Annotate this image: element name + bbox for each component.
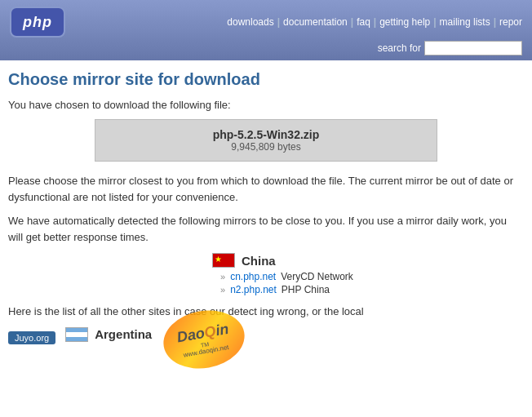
search-bar: search for [10,38,522,60]
mirror1-link[interactable]: cn.php.net [230,271,276,282]
mirror1-arrow: » [220,272,225,282]
mirror2-arrow: » [220,285,225,295]
nav-downloads[interactable]: downloads [227,16,273,28]
china-flag [212,253,235,268]
nav-sep-5: | [494,16,496,28]
nav-bar: downloads | documentation | faq | gettin… [227,16,522,28]
header-top: php downloads | documentation | faq | ge… [10,7,522,38]
mirror1-label: VeryCD Network [281,271,353,282]
nav-sep-1: | [277,16,280,28]
search-label: search for [378,42,421,54]
watermark-badge: DaoQin TM www.daoqin.net [159,304,250,354]
main-content: Choose mirror site for download You have… [0,60,532,354]
nav-sep-4: | [433,16,436,28]
nav-mailing-lists[interactable]: mailing lists [440,16,490,28]
logo-text: php [23,14,52,31]
intro-text: You have chosen to download the followin… [8,99,524,111]
nav-report[interactable]: repor [499,16,522,28]
file-size: 9,945,809 bytes [109,141,423,153]
mirror2-link[interactable]: n2.php.net [230,284,277,295]
mirror2-label: PHP China [282,284,330,295]
nav-getting-help[interactable]: getting help [379,16,430,28]
mirror1-row: » cn.php.net VeryCD Network [8,271,524,282]
mirrors-section: China » cn.php.net VeryCD Network » n2.p… [8,253,524,295]
argentina-label: Argentina [95,327,152,341]
nav-documentation[interactable]: documentation [283,16,348,28]
argentina-row: Argentina [65,327,152,342]
header: php downloads | documentation | faq | ge… [0,0,532,60]
china-label: China [242,254,276,268]
file-box: php-5.2.5-Win32.zip 9,945,809 bytes [95,119,437,162]
nav-sep-3: | [374,16,376,28]
php-logo: php [10,7,65,38]
nav-sep-2: | [351,16,353,28]
nav-faq[interactable]: faq [357,16,370,28]
desc-text-1: Please choose the mirror closest to you … [8,173,524,205]
argentina-flag [65,327,88,342]
china-country-row: China [8,253,524,268]
desc-text-2: We have automatically detected the follo… [8,213,524,245]
page-title: Choose mirror site for download [8,70,524,89]
file-name: php-5.2.5-Win32.zip [109,128,423,141]
watermark: DaoQin TM www.daoqin.net [163,311,245,354]
mirror2-row: » n2.php.net PHP China [8,284,524,295]
bottom-text: Here is the list of all the other sites … [8,304,524,320]
search-input[interactable] [424,41,522,55]
juyo-badge[interactable]: Juyo.org [8,331,55,344]
